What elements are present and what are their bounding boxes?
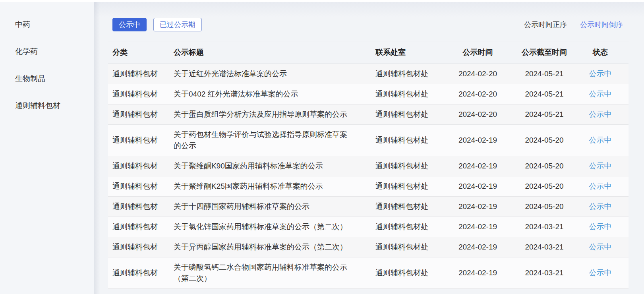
status-filter-group: 公示中 已过公示期 [112,18,202,31]
sidebar: 中药 化学药 生物制品 通则辅料包材 [0,2,94,294]
row-category: 通则辅料包材 [108,176,174,197]
column-header-end-time: 公示截至时间 [516,41,572,64]
row-office: 通则辅料包材处 [369,64,439,84]
row-category: 通则辅料包材 [108,257,174,289]
top-strip [0,0,644,2]
sidebar-item[interactable]: 化学药 [0,38,94,65]
row-end-date: 2024-03-21 [516,237,572,257]
row-publish-date: 2024-02-19 [439,257,516,289]
status-badge: 公示中 [589,182,612,190]
status-badge: 公示中 [589,243,612,251]
row-category: 通则辅料包材 [108,197,174,217]
filter-active-button[interactable]: 公示中 [112,18,147,31]
table-row: 通则辅料包材 关于聚维酮K25国家药用辅料标准草案的公示 通则辅料包材处 202… [108,176,629,197]
row-publish-date: 2024-02-19 [439,217,516,237]
column-header-status: 状态 [572,41,629,64]
row-category: 通则辅料包材 [108,217,174,237]
table-row: 通则辅料包材 关于聚维酮K90国家药用辅料标准草案的公示 通则辅料包材处 202… [108,156,629,176]
column-header-office: 联系处室 [369,41,439,64]
sidebar-item[interactable]: 中药 [0,11,94,38]
row-publish-date: 2024-02-19 [439,125,516,156]
row-publish-date: 2024-02-19 [439,197,516,217]
status-badge: 公示中 [589,202,612,211]
app-root: 中药 化学药 生物制品 通则辅料包材 公示中 已过公示期 公示时间正序 公示时间… [0,0,644,294]
table-row: 通则辅料包材 关于磷酸氢钙二水合物国家药用辅料标准草案的公示（第二次） 通则辅料… [108,257,629,289]
status-badge: 公示中 [589,162,612,170]
row-end-date: 2024-05-20 [516,125,572,156]
status-badge: 公示中 [589,269,612,277]
row-publish-date: 2024-02-20 [439,84,516,104]
row-category: 通则辅料包材 [108,125,174,156]
status-badge: 公示中 [589,136,612,144]
row-publish-date: 2024-02-19 [439,237,516,257]
main-content: 公示中 已过公示期 公示时间正序 公示时间倒序 分类 公示标题 [94,2,644,294]
announcement-title-link[interactable]: 关于近红外光谱法标准草案的公示 [174,70,287,78]
row-office: 通则辅料包材处 [369,176,439,197]
announcement-title-link[interactable]: 关于聚维酮K25国家药用辅料标准草案的公示 [174,182,323,190]
status-badge: 公示中 [589,90,612,98]
row-office: 通则辅料包材处 [369,197,439,217]
row-end-date: 2024-05-21 [516,84,572,104]
row-office: 通则辅料包材处 [369,156,439,176]
row-end-date: 2024-05-20 [516,197,572,217]
row-category: 通则辅料包材 [108,156,174,176]
table-row: 通则辅料包材 关于氯化锌国家药用辅料标准草案的公示（第二次） 通则辅料包材处 2… [108,217,629,237]
category-nav: 中药 化学药 生物制品 通则辅料包材 [0,2,94,119]
sort-links: 公示时间正序 公示时间倒序 [524,20,623,29]
row-office: 通则辅料包材处 [369,125,439,156]
row-end-date: 2024-03-21 [516,257,572,289]
announcement-title-link[interactable]: 关于十四醇国家药用辅料标准草案的公示 [174,202,309,211]
announcement-title-link[interactable]: 关于聚维酮K90国家药用辅料标准草案的公示 [174,162,323,170]
row-category: 通则辅料包材 [108,104,174,125]
row-end-date: 2024-05-20 [516,156,572,176]
row-category: 通则辅料包材 [108,84,174,104]
sort-time-asc-link[interactable]: 公示时间正序 [524,20,567,29]
row-office: 通则辅料包材处 [369,104,439,125]
table-row: 通则辅料包材 关于药包材生物学评价与试验选择指导原则标准草案的公示 通则辅料包材… [108,125,629,156]
table-row: 通则辅料包材 关于异丙醇国家药用辅料标准草案的公示（第二次） 通则辅料包材处 2… [108,237,629,257]
table-row: 通则辅料包材 关于十四醇国家药用辅料标准草案的公示 通则辅料包材处 2024-0… [108,197,629,217]
row-end-date: 2024-03-21 [516,217,572,237]
row-end-date: 2024-05-21 [516,64,572,84]
row-publish-date: 2024-02-20 [439,104,516,125]
row-end-date: 2024-05-20 [516,176,572,197]
toolbar: 公示中 已过公示期 公示时间正序 公示时间倒序 [108,18,629,31]
announcement-title-link[interactable]: 关于磷酸氢钙二水合物国家药用辅料标准草案的公示（第二次） [174,263,347,282]
row-publish-date: 2024-02-19 [439,176,516,197]
column-header-title: 公示标题 [174,41,369,64]
announcement-title-link[interactable]: 关于蛋白质组学分析方法及应用指导原则草案的公示 [174,110,347,118]
row-office: 通则辅料包材处 [369,237,439,257]
row-office: 通则辅料包材处 [369,84,439,104]
row-category: 通则辅料包材 [108,64,174,84]
announcement-table: 分类 公示标题 联系处室 公示时间 公示截至时间 状态 通则辅料包材 关于近红外… [108,41,629,289]
announcement-title-link[interactable]: 关于异丙醇国家药用辅料标准草案的公示（第二次） [174,243,347,251]
sidebar-item[interactable]: 生物制品 [0,65,94,92]
row-end-date: 2024-05-21 [516,104,572,125]
announcement-title-link[interactable]: 关于药包材生物学评价与试验选择指导原则标准草案的公示 [174,130,347,150]
row-publish-date: 2024-02-20 [439,64,516,84]
row-category: 通则辅料包材 [108,237,174,257]
announcement-title-link[interactable]: 关于氯化锌国家药用辅料标准草案的公示（第二次） [174,222,347,231]
table-row: 通则辅料包材 关于近红外光谱法标准草案的公示 通则辅料包材处 2024-02-2… [108,64,629,84]
status-badge: 公示中 [589,110,612,118]
row-publish-date: 2024-02-19 [439,156,516,176]
table-row: 通则辅料包材 关于蛋白质组学分析方法及应用指导原则草案的公示 通则辅料包材处 2… [108,104,629,125]
sort-time-desc-link[interactable]: 公示时间倒序 [580,20,623,29]
sidebar-item[interactable]: 通则辅料包材 [0,92,94,119]
announcement-title-link[interactable]: 关于0402 红外光谱法标准草案的公示 [174,90,298,98]
table-header-row: 分类 公示标题 联系处室 公示时间 公示截至时间 状态 [108,41,629,64]
filter-expired-button[interactable]: 已过公示期 [153,18,202,31]
row-office: 通则辅料包材处 [369,217,439,237]
status-badge: 公示中 [589,222,612,231]
status-badge: 公示中 [589,70,612,78]
row-office: 通则辅料包材处 [369,257,439,289]
table-row: 通则辅料包材 关于0402 红外光谱法标准草案的公示 通则辅料包材处 2024-… [108,84,629,104]
column-header-category: 分类 [108,41,174,64]
column-header-publish-time: 公示时间 [439,41,516,64]
